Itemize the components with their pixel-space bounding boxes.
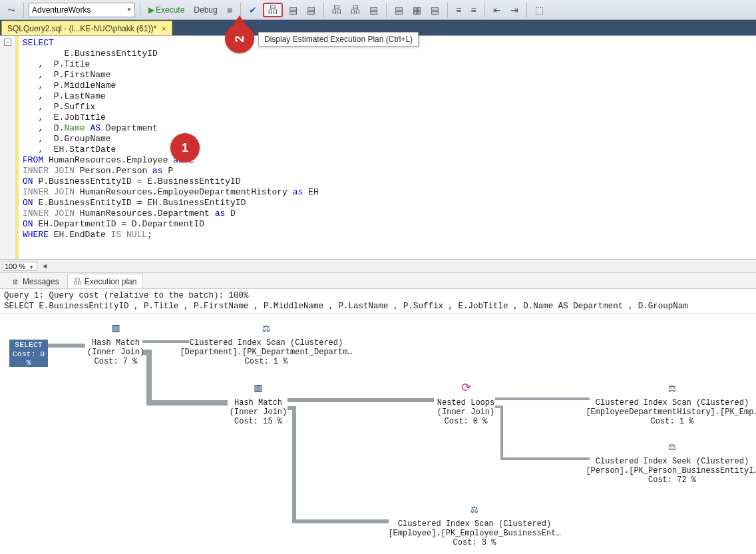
check-icon: ✔ <box>249 5 257 15</box>
options-icon: ▤ <box>289 5 297 15</box>
annotation-bubble-1: 1 <box>170 133 200 162</box>
plan-node-cost: Cost: 1 % <box>180 357 353 366</box>
database-dropdown[interactable]: AdventureWorks ▼ <box>29 3 135 17</box>
plan-node-cost: Cost: 1 % <box>586 417 756 426</box>
include-live-stats-button[interactable]: 品 <box>347 3 363 17</box>
plan-node-sub: [Department].[PK_Department_Departm… <box>180 348 353 357</box>
zoom-bar: 100 % ▼ ◀ <box>0 260 756 273</box>
plan-node-title: Nested Loops <box>433 398 499 408</box>
plan-node-title: Clustered Index Scan (Clustered) <box>586 398 756 408</box>
hash-match-icon: ▥ <box>249 380 268 396</box>
include-actual-plan-button[interactable]: 品 <box>329 3 345 17</box>
index-scan-icon: ⚖ <box>465 501 484 517</box>
plan-node-seek-person[interactable]: ⚖ Clustered Index Seek (Clustered) [Pers… <box>586 439 756 485</box>
tab-execution-plan-label: Execution plan <box>85 277 137 286</box>
results-text-icon: ▤ <box>395 5 403 15</box>
hash-match-icon: ▥ <box>106 320 125 336</box>
tab-messages[interactable]: 🗎 Messages <box>5 274 66 288</box>
plan-node-hash-match-2[interactable]: ▥ Hash Match (Inner Join) Cost: 15 % <box>228 380 289 426</box>
branch-icon: ⤳ <box>7 5 15 15</box>
scroll-left-icon[interactable]: ◀ <box>41 263 48 269</box>
plan-node-hash-match-1[interactable]: ▥ Hash Match (Inner Join) Cost: 7 % <box>85 320 146 366</box>
plan-node-sub: (Inner Join) <box>433 408 499 417</box>
plan-node-sub: (Inner Join) <box>85 348 146 357</box>
annotation-number: 2 <box>232 35 246 42</box>
plan-node-scan-department[interactable]: ⚖ Clustered Index Scan (Clustered) [Depa… <box>180 320 353 366</box>
debug-label: Debug <box>194 5 217 15</box>
editor-gutter: − <box>0 36 16 259</box>
plan-node-sub: [Employee].[PK_Employee_BusinessEnt… <box>385 529 564 538</box>
live-stats-icon: 品 <box>351 4 360 16</box>
sql-editor[interactable]: − SELECT E.BusinessEntityID , P.Title , … <box>0 36 756 260</box>
separator <box>447 3 448 17</box>
intellisense-button[interactable]: ▤ <box>303 3 319 17</box>
debug-button[interactable]: Debug <box>190 3 220 17</box>
separator <box>140 3 140 17</box>
indent-icon: ⇥ <box>510 5 518 15</box>
plan-node-cost: Cost: 7 % <box>85 357 146 366</box>
plan-node-scan-edh[interactable]: ⚖ Clustered Index Scan (Clustered) [Empl… <box>586 380 756 426</box>
plan-node-scan-employee[interactable]: ⚖ Clustered Index Scan (Clustered) [Empl… <box>385 501 564 547</box>
decrease-indent-button[interactable]: ⇤ <box>490 3 504 17</box>
toolbar: ⤳ AdventureWorks ▼ ▶ Execute Debug ■ ✔ 品… <box>0 0 756 20</box>
tab-execution-plan[interactable]: 品 Execution plan <box>67 274 144 288</box>
annotation-number: 1 <box>182 141 188 155</box>
tooltip: Display Estimated Execution Plan (Ctrl+L… <box>258 32 419 47</box>
results-to-file-button[interactable]: ▤ <box>427 3 443 17</box>
increase-indent-button[interactable]: ⇥ <box>507 3 522 17</box>
registered-servers-button[interactable]: ⤳ <box>4 3 19 17</box>
comment-button[interactable]: ≡ <box>453 3 465 17</box>
chevron-down-icon: ▼ <box>27 264 35 270</box>
index-seek-icon: ⚖ <box>663 439 681 455</box>
plan-node-cost: Cost: 15 % <box>228 417 289 426</box>
plan-node-title: Clustered Index Scan (Clustered) <box>180 338 353 348</box>
outdent-icon: ⇤ <box>493 5 501 15</box>
stop-icon: ■ <box>227 5 232 15</box>
execution-plan-icon: 品 <box>74 276 81 286</box>
chevron-down-icon: ▼ <box>126 7 132 13</box>
comment-icon: ≡ <box>456 5 461 15</box>
plan-node-nested-loops[interactable]: ⟳ Nested Loops (Inner Join) Cost: 0 % <box>433 380 499 426</box>
close-icon[interactable]: × <box>162 25 166 33</box>
code-area[interactable]: SELECT E.BusinessEntityID , P.Title , P.… <box>16 36 756 259</box>
execution-plan-canvas[interactable]: SELECT Cost: 0 % ▥ Hash Match (Inner Joi… <box>0 314 756 553</box>
display-estimated-plan-button[interactable]: 品 <box>263 3 283 17</box>
separator <box>484 3 485 17</box>
plan-node-title: SELECT <box>9 340 48 350</box>
results-grid-icon: ▦ <box>413 5 421 15</box>
index-scan-icon: ⚖ <box>257 320 276 336</box>
specify-values-button[interactable]: ⬚ <box>532 3 547 17</box>
plan-node-cost: Cost: 0 % <box>433 417 499 426</box>
nested-loops-icon: ⟳ <box>457 380 475 396</box>
annotation-bubble-2: 2 <box>225 24 254 53</box>
plan-header-line2: SELECT E.BusinessEntityID , P.Title , P.… <box>4 301 752 312</box>
database-dropdown-value: AdventureWorks <box>32 5 91 15</box>
plan-node-cost: Cost: 72 % <box>586 475 756 485</box>
plan-node-select[interactable]: SELECT Cost: 0 % <box>9 340 48 367</box>
collapse-toggle-icon[interactable]: − <box>4 39 11 46</box>
document-tab[interactable]: SQLQuery2.sql - (l...KE-NUC\phakk (61))*… <box>1 21 172 35</box>
zoom-select[interactable]: 100 % ▼ <box>3 262 37 271</box>
plan-node-cost: Cost: 0 % <box>9 350 48 367</box>
results-to-text-button[interactable]: ▤ <box>391 3 407 17</box>
uncomment-button[interactable]: ≡ <box>467 3 479 17</box>
plan-node-sub: (Inner Join) <box>228 408 289 417</box>
template-params-icon: ⬚ <box>535 5 544 15</box>
separator <box>386 3 387 17</box>
query-options-button[interactable]: ▤ <box>285 3 301 17</box>
index-scan-icon: ⚖ <box>663 380 681 396</box>
execution-plan-icon: 品 <box>268 4 278 16</box>
results-file-icon: ▤ <box>431 5 439 15</box>
parse-button[interactable]: ✔ <box>246 3 260 17</box>
messages-icon: 🗎 <box>12 278 19 286</box>
separator <box>23 3 24 17</box>
results-tab-strip: 🗎 Messages 品 Execution plan <box>0 273 756 289</box>
plan-node-title: Hash Match <box>228 398 289 408</box>
plan-node-title: Hash Match <box>85 338 146 348</box>
document-tab-title: SQLQuery2.sql - (l...KE-NUC\phakk (61))* <box>7 24 156 33</box>
include-client-stats-button[interactable]: ▤ <box>366 3 381 17</box>
execute-label: Execute <box>156 5 184 15</box>
execute-button[interactable]: ▶ Execute <box>145 3 188 17</box>
results-to-grid-button[interactable]: ▦ <box>409 3 425 17</box>
plan-node-sub: [EmployeeDepartmentHistory].[PK_Emp… <box>586 408 756 417</box>
